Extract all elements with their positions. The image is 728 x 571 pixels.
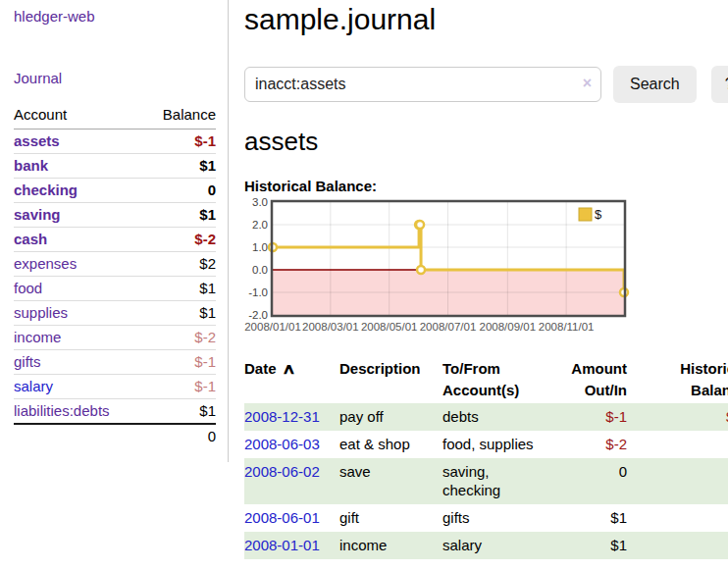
register-balance-cell: $2 — [635, 504, 728, 532]
register-amount-cell: $1 — [552, 504, 635, 532]
svg-text:2008/11/01: 2008/11/01 — [539, 321, 595, 333]
accounts-table-body: assets$-1bank$1checking0saving$1cash$-2e… — [14, 130, 216, 449]
search-input-wrap: × — [244, 67, 601, 102]
register-description-cell: save — [339, 458, 442, 504]
account-heading: assets — [244, 127, 728, 157]
description-column-header: Description — [339, 356, 442, 403]
register-date-link[interactable]: 2008-01-01 — [244, 537, 320, 553]
search-form: × Search ? — [244, 66, 728, 103]
sidebar-account-link-gifts[interactable]: gifts — [14, 353, 41, 370]
register-date-cell: 2008-06-01 — [244, 504, 339, 532]
sidebar-account-balance: $-1 — [143, 375, 216, 399]
sidebar-account-row: gifts$-1 — [14, 350, 216, 375]
sort-ascending-icon: ∧ — [282, 358, 296, 380]
sidebar-account-row: expenses$2 — [14, 252, 216, 277]
sidebar-account-balance: $1 — [143, 277, 216, 301]
sidebar-account-link-cash[interactable]: cash — [14, 231, 47, 247]
sidebar-account-row: assets$-1 — [14, 130, 216, 154]
sidebar-account-link-liabilities-debts[interactable]: liabilities:debts — [14, 402, 110, 419]
register-row: 2008-01-01incomesalary$1$1 — [244, 532, 728, 559]
register-amount-cell: $-1 — [552, 403, 635, 431]
register-date-link[interactable]: 2008-06-02 — [244, 463, 320, 480]
accounts-column-header: To/From Account(s) — [442, 356, 552, 403]
sidebar-account-link-expenses[interactable]: expenses — [14, 255, 77, 272]
sidebar-account-row: salary$-1 — [14, 375, 216, 399]
register-row: 2008-06-01giftgifts$1$2 — [244, 504, 728, 532]
svg-text:0.0: 0.0 — [252, 264, 268, 276]
register-description-cell: eat & shop — [339, 431, 442, 458]
page-title: sample.journal — [244, 3, 728, 36]
chart-label: Historical Balance: — [244, 178, 728, 194]
date-column-header[interactable]: Date∧ — [244, 356, 339, 403]
register-date-link[interactable]: 2008-06-03 — [244, 436, 320, 452]
search-button[interactable]: Search — [613, 66, 697, 103]
register-balance-cell: $1 — [635, 532, 728, 559]
balance-column-header: Balance — [143, 102, 216, 130]
sidebar-account-row: supplies$1 — [14, 301, 216, 326]
sidebar-account-balance: $1 — [143, 154, 216, 179]
sidebar-account-balance: $-1 — [143, 350, 216, 375]
sidebar-item-journal[interactable]: Journal — [14, 70, 62, 86]
sidebar-account-link-assets[interactable]: assets — [14, 132, 60, 149]
svg-text:2008/03/01: 2008/03/01 — [302, 321, 359, 333]
register-accounts-cell: food, supplies — [442, 431, 552, 458]
sidebar-account-link-bank[interactable]: bank — [14, 157, 48, 174]
sidebar-account-link-salary[interactable]: salary — [14, 378, 53, 394]
sidebar-total-row: 0 — [14, 424, 216, 448]
svg-text:2008/05/01: 2008/05/01 — [361, 321, 418, 333]
sidebar-account-row: bank$1 — [14, 154, 216, 179]
register-row: 2008-12-31pay offdebts$-1$-1 — [244, 403, 728, 431]
register-date-cell: 2008-01-01 — [244, 532, 339, 559]
sidebar-account-balance: $-2 — [143, 228, 216, 252]
sidebar-account-balance: $1 — [143, 203, 216, 228]
register-date-cell: 2008-06-02 — [244, 458, 339, 504]
register-accounts-cell: salary — [442, 532, 552, 559]
register-accounts-cell: debts — [442, 403, 552, 431]
sidebar-account-row: saving$1 — [14, 203, 216, 228]
sidebar-account-row: income$-2 — [14, 326, 216, 350]
register-date-link[interactable]: 2008-12-31 — [244, 408, 320, 425]
sidebar-account-link-food[interactable]: food — [14, 280, 42, 296]
register-date-cell: 2008-12-31 — [244, 403, 339, 431]
historical-balance-chart: $3.02.01.00.0-1.0-2.02008/01/012008/03/0… — [244, 200, 728, 343]
register-date-cell: 2008-06-03 — [244, 431, 339, 458]
register-amount-cell: 0 — [552, 458, 635, 504]
clear-search-icon[interactable]: × — [583, 75, 592, 92]
svg-text:-2.0: -2.0 — [248, 309, 268, 321]
svg-text:3.0: 3.0 — [252, 196, 268, 208]
register-description-cell: gift — [339, 504, 442, 532]
svg-text:2008/01/01: 2008/01/01 — [244, 321, 301, 333]
register-table-body: 2008-12-31pay offdebts$-1$-12008-06-03ea… — [244, 403, 728, 559]
register-balance-cell: $-1 — [635, 403, 728, 431]
page: hledger-web Journal Account Balance asse… — [0, 0, 728, 559]
sidebar-account-link-income[interactable]: income — [14, 329, 61, 345]
help-button[interactable]: ? — [711, 66, 728, 103]
sidebar-account-row: checking0 — [14, 179, 216, 203]
register-balance-cell: 0 — [635, 431, 728, 458]
register-balance-cell: $2 — [635, 458, 728, 504]
account-column-header: Account — [14, 102, 143, 130]
sidebar-account-link-checking[interactable]: checking — [14, 182, 78, 198]
svg-text:2008/07/01: 2008/07/01 — [420, 321, 477, 333]
app-title-link[interactable]: hledger-web — [14, 8, 95, 25]
sidebar-account-row: cash$-2 — [14, 228, 216, 252]
sidebar-account-link-saving[interactable]: saving — [14, 206, 61, 223]
accounts-table: Account Balance assets$-1bank$1checking0… — [14, 102, 216, 448]
register-date-link[interactable]: 2008-06-01 — [244, 509, 320, 526]
register-accounts-cell: saving, checking — [442, 458, 552, 504]
sidebar: hledger-web Journal Account Balance asse… — [0, 0, 229, 462]
sidebar-account-balance: $1 — [143, 399, 216, 425]
sidebar-account-balance: $-1 — [143, 130, 216, 154]
register-description-cell: income — [339, 532, 442, 559]
sidebar-account-balance: $2 — [143, 252, 216, 277]
register-amount-cell: $-2 — [552, 431, 635, 458]
sidebar-account-row: food$1 — [14, 277, 216, 301]
amount-column-header: Amount Out/In — [552, 356, 635, 403]
svg-text:-1.0: -1.0 — [248, 286, 268, 298]
search-input[interactable] — [244, 67, 601, 102]
sidebar-account-balance: 0 — [143, 179, 216, 203]
sidebar-account-link-supplies[interactable]: supplies — [14, 304, 68, 321]
main-content: sample.journal × Search ? assets Histori… — [229, 0, 728, 559]
balance-column-header-register: Historical Balance — [635, 356, 728, 403]
register-row: 2008-06-02savesaving, checking0$2 — [244, 458, 728, 504]
